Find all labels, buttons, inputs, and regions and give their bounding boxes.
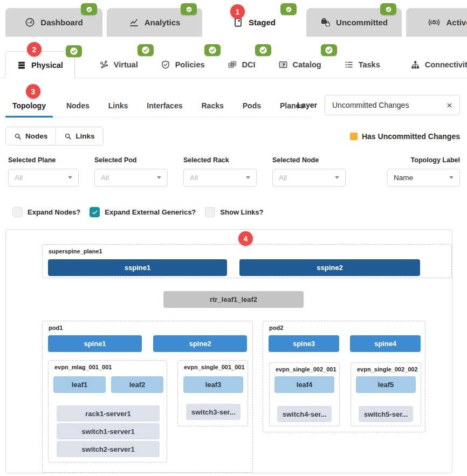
button-label: Links: [75, 132, 94, 140]
node-leaf2[interactable]: leaf2: [111, 376, 163, 393]
tab-label: Analytics: [145, 18, 181, 27]
selected-rack-select[interactable]: All: [183, 169, 257, 187]
expand-external-generics-checkbox[interactable]: Expand External Generics?: [90, 207, 196, 217]
committed-check-badge: [81, 3, 97, 15]
layer-control: Layer Uncommitted Changes: [297, 95, 460, 115]
chevron-down-icon: [449, 176, 454, 179]
search-button-group: Nodes Links: [5, 127, 104, 146]
step-badge-3: 3: [26, 84, 40, 99]
tab-dci[interactable]: DCI: [216, 51, 267, 78]
layer-select[interactable]: Uncommitted Changes: [325, 95, 460, 115]
step-badge-2: 2: [27, 42, 42, 57]
node-spine3[interactable]: spine3: [269, 335, 339, 352]
node-switch3-server[interactable]: switch3-ser...: [186, 404, 241, 420]
tab-connectivity-templates[interactable]: Connectivity Templates: [399, 51, 467, 78]
show-links-checkbox[interactable]: Show Links?: [205, 207, 263, 217]
filter-selected-pod: Selected Pod All: [94, 156, 168, 187]
blueprint-tab-bar: Dashboard Analytics 1 Staged Uncommitted…: [5, 8, 467, 37]
search-icon: [64, 133, 72, 140]
chevron-down-icon: [157, 176, 161, 179]
committed-check-badge: [181, 3, 197, 15]
node-spine1[interactable]: spine1: [48, 335, 142, 352]
tab-label: Physical: [31, 61, 63, 70]
rack-evpn-single-001-001[interactable]: evpn_single_001_001 leaf3 switch3-ser...: [177, 360, 248, 426]
filter-label: Selected Rack: [183, 156, 257, 164]
chevron-down-icon: [335, 176, 339, 179]
tab-policies[interactable]: Policies: [149, 51, 216, 78]
rack-label: evpn_single_001_001: [184, 364, 245, 370]
node-spine4[interactable]: spine4: [350, 335, 421, 352]
pod-pod2[interactable]: pod2 spine3 spine4 evpn_single_002_001 l…: [263, 321, 425, 432]
tab-dashboard[interactable]: Dashboard: [5, 8, 102, 37]
circle-check-icon: [69, 46, 79, 56]
rack-label: evpn_mlag_001_001: [54, 364, 112, 370]
subtab-nodes[interactable]: Nodes: [59, 85, 97, 117]
filter-label: Topology Label: [387, 156, 460, 164]
node-rack1-server1[interactable]: rack1-server1: [57, 405, 160, 422]
node-switch5-server[interactable]: switch5-ser...: [359, 406, 413, 422]
node-switch1-server1[interactable]: switch1-server1: [57, 423, 160, 439]
node-switch4-server[interactable]: switch4-ser...: [277, 406, 332, 422]
clear-icon[interactable]: [447, 102, 452, 108]
tab-catalog[interactable]: Catalog: [267, 51, 333, 78]
node-spine2[interactable]: spine2: [153, 335, 247, 352]
network-nodes-icon: [99, 60, 109, 70]
circle-check-icon: [186, 6, 193, 13]
search-links-button[interactable]: Links: [56, 127, 102, 145]
rack-evpn-single-002-001[interactable]: evpn_single_002_001 leaf4 switch4-ser...: [269, 362, 340, 426]
tab-label: Dashboard: [40, 18, 83, 27]
node-leaf4[interactable]: leaf4: [274, 376, 334, 393]
tab-active[interactable]: Active: [406, 8, 467, 37]
node-leaf5[interactable]: leaf5: [356, 376, 416, 393]
pod-label: pod2: [269, 325, 283, 331]
task-list-icon: [344, 60, 354, 70]
topology-label-select[interactable]: Name: [387, 169, 460, 187]
checkbox-checked[interactable]: [90, 207, 100, 217]
chevron-down-icon: [246, 176, 250, 179]
tab-physical[interactable]: 2 Physical: [5, 51, 75, 78]
tab-staged[interactable]: 1 Staged: [207, 8, 302, 37]
tab-virtual[interactable]: Virtual: [88, 51, 149, 78]
briefcase-lock-icon: [320, 17, 331, 27]
select-value: All: [15, 174, 23, 182]
node-switch2-server1[interactable]: switch2-server1: [57, 441, 160, 457]
catalog-card-icon: [278, 60, 288, 70]
checkbox-unchecked[interactable]: [12, 207, 23, 217]
sitemap-icon: [410, 60, 420, 70]
tab-uncommitted[interactable]: Uncommitted: [306, 8, 402, 37]
node-rtr-leaf1-leaf2[interactable]: rtr_leaf1_leaf2: [163, 291, 304, 308]
tab-analytics[interactable]: Analytics: [107, 8, 202, 37]
tab-tasks[interactable]: Tasks: [333, 51, 392, 78]
expand-nodes-checkbox[interactable]: Expand Nodes?: [12, 207, 80, 217]
node-leaf1[interactable]: leaf1: [53, 376, 106, 393]
committed-check-badge: [66, 45, 82, 57]
subtab-interfaces[interactable]: Interfaces: [140, 85, 189, 117]
node-sspine2[interactable]: sspine2: [239, 259, 420, 276]
checkbox-label: Expand Nodes?: [28, 208, 80, 216]
search-nodes-button[interactable]: Nodes: [6, 127, 56, 145]
subtab-pods[interactable]: Pods: [236, 85, 268, 117]
rack-evpn-mlag-001-001[interactable]: evpn_mlag_001_001 leaf1 leaf2 rack1-serv…: [48, 360, 167, 463]
pod-pod1[interactable]: pod1 spine1 spine2 evpn_mlag_001_001 lea…: [42, 321, 253, 473]
display-options-row: Expand Nodes? Expand External Generics? …: [12, 207, 264, 217]
selected-node-select[interactable]: All: [272, 169, 346, 187]
subtab-links[interactable]: Links: [101, 85, 135, 117]
selected-pod-select[interactable]: All: [94, 169, 168, 187]
tab-label: Staged: [249, 18, 276, 27]
node-sspine1[interactable]: sspine1: [48, 259, 227, 276]
node-leaf3[interactable]: leaf3: [183, 376, 243, 393]
subtab-racks[interactable]: Racks: [194, 85, 230, 117]
gauge-icon: [25, 17, 35, 27]
select-value: Name: [394, 174, 413, 182]
topology-canvas[interactable]: 4 superspine_plane1 sspine1 sspine2 rtr_…: [5, 229, 452, 473]
filter-label: Selected Plane: [8, 156, 79, 164]
filter-label: Selected Pod: [94, 156, 168, 164]
plane-superspine-plane1[interactable]: superspine_plane1 sspine1 sspine2: [42, 244, 452, 278]
server-stack-icon: [17, 60, 26, 70]
rack-label: evpn_single_002_001: [276, 366, 336, 372]
selected-plane-select[interactable]: All: [8, 169, 79, 187]
tab-label: Virtual: [114, 60, 138, 69]
checkbox-unchecked[interactable]: [205, 207, 215, 217]
rack-evpn-single-002-002[interactable]: evpn_single_002_002 leaf5 switch5-ser...: [351, 362, 421, 426]
shield-check-icon: [161, 60, 170, 70]
